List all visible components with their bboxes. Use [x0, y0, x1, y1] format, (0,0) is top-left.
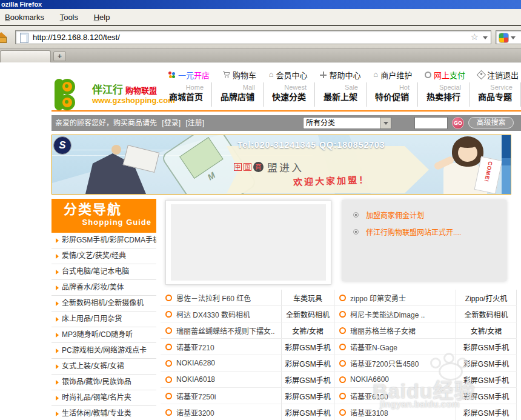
nav-newest[interactable]: Newest快速分类	[264, 82, 315, 107]
login-link[interactable]: [登录]	[162, 119, 181, 127]
product-category-link[interactable]: 彩屏GSM手机	[456, 388, 517, 404]
notice-item[interactable]: 伴江行购物联盟网站正式开....	[342, 223, 506, 240]
tab-strip: +	[0, 48, 521, 62]
product-category-link[interactable]: 彩屏GSM手机	[282, 339, 334, 355]
ring-bullet-icon	[165, 295, 172, 301]
product-link[interactable]: zippo 印第安勇士	[334, 290, 456, 305]
nav-mall[interactable]: Mall品牌店铺	[212, 82, 264, 107]
notice-item[interactable]: 加盟商家佣金计划	[342, 206, 506, 223]
search-engine-dropdown-icon[interactable]	[511, 36, 516, 39]
product-row: NOKIA6018 彩屏GSM手机	[161, 372, 334, 388]
arrow-bullet-icon	[56, 364, 59, 369]
product-category-link[interactable]: 彩屏GSM手机	[282, 404, 334, 420]
banner-enter-link[interactable]: 中 国 商 盟进入	[234, 159, 304, 175]
sidebar-category-item[interactable]: 时尚礼品/钢笔/名片夹	[51, 390, 156, 406]
product-category-link[interactable]: 女裤/女裙	[282, 322, 334, 338]
ring-bullet-icon	[165, 376, 172, 383]
url-bar[interactable]: http://192.168.8.120/test/ ☆	[15, 30, 491, 44]
product-category-link[interactable]: 全新数码相机	[456, 306, 517, 322]
product-category-link[interactable]: 彩屏GSM手机	[282, 388, 334, 404]
product-link[interactable]: 诺基亚7250i	[161, 388, 282, 404]
product-link[interactable]: 诺基亚7200只售4580	[334, 355, 456, 371]
product-link[interactable]: NOKIA6018	[161, 372, 282, 387]
product-category-link[interactable]: 彩屏GSM手机	[456, 372, 517, 387]
topnav-merchant-maintain[interactable]: ⌂ 商户维护	[373, 69, 412, 81]
site-logo[interactable]: 伴江行购物联盟 www.gzshopping.com	[55, 79, 161, 112]
product-link[interactable]: 瑞丽蕾丝蝴蝶结不规则下摆女..	[161, 322, 282, 338]
sidebar-category-item[interactable]: 爱情/文艺/获奖/经典	[51, 248, 156, 264]
register-link[interactable]: [注册]	[185, 119, 204, 127]
bee-logo-icon	[55, 79, 88, 110]
topnav-logout[interactable]: 注销退出	[478, 69, 519, 81]
product-link[interactable]: 诺基亚N-Gage	[334, 339, 456, 355]
product-category-link[interactable]: 彩屏GSM手机	[456, 339, 517, 355]
sidebar-category-item[interactable]: MP3随身听/CD随身听	[51, 327, 156, 343]
product-category-link[interactable]: Zippo/打火机	[456, 290, 517, 305]
sidebar-category-item[interactable]: 床上用品/日用杂货	[51, 312, 156, 327]
nav-hot[interactable]: Hot特价促销	[367, 82, 418, 107]
main-nav: Home商城首页 Mall品牌店铺 Newest快速分类 Sale最新上架 Ho…	[161, 82, 521, 107]
product-link[interactable]: 诺基亚7210	[161, 339, 282, 355]
category-select[interactable]: 所有分类	[303, 117, 391, 129]
nav-service[interactable]: Service商品专题	[470, 82, 521, 107]
sidebar-category-item[interactable]: 银饰品/藏饰/民族饰品	[51, 375, 156, 390]
menu-help[interactable]: Help	[94, 13, 110, 22]
product-row: 诺基亚3200 彩屏GSM手机	[161, 404, 334, 420]
product-link[interactable]: NOKIA6280	[161, 355, 282, 371]
topnav-cart[interactable]: 购物车	[222, 69, 256, 81]
product-category-link[interactable]: 彩屏GSM手机	[456, 355, 517, 371]
ring-bullet-icon	[165, 327, 172, 334]
topnav-online-pay[interactable]: 网上支付	[425, 69, 465, 81]
product-row: NOKIA6600 彩屏GSM手机	[334, 372, 517, 388]
product-category-link[interactable]: 彩屏GSM手机	[282, 355, 334, 371]
product-link[interactable]: 柯达 DX4330 数码相机	[161, 306, 282, 322]
menu-tools[interactable]: Tools	[60, 13, 78, 22]
slideshow-placeholder[interactable]	[165, 200, 331, 285]
product-link[interactable]: 诺基亚6100	[334, 388, 456, 404]
sidebar-category-item[interactable]: 生活休闲/教辅/专业类	[51, 406, 156, 420]
product-link[interactable]: 诺基亚3200	[161, 404, 282, 420]
topnav-member-center[interactable]: ⌂ 会员中心	[269, 69, 308, 81]
window-titlebar[interactable]: ozilla Firefox	[0, 0, 521, 9]
bookmark-star-icon[interactable]: ☆	[471, 32, 479, 42]
product-link[interactable]: 恩佐－法拉利 F60 红色	[161, 290, 282, 305]
menu-bookmarks[interactable]: Bookmarks	[5, 13, 44, 22]
sidebar-category-item[interactable]: 台式电脑/笔记本电脑	[51, 264, 156, 280]
product-category-link[interactable]: 彩屏GSM手机	[282, 372, 334, 387]
sidebar-category-item[interactable]: PC游戏相关/网络游戏点卡	[51, 343, 156, 359]
sidebar-category-item[interactable]: 女式上装/女裤/女裙	[51, 359, 156, 375]
topnav-help-center[interactable]: 帮助中心	[320, 69, 360, 81]
product-row: 瑞丽苏格兰格子女裙 女裤/女裙	[334, 322, 517, 339]
product-link[interactable]: 瑞丽苏格兰格子女裙	[334, 322, 456, 338]
active-tab[interactable]	[0, 50, 51, 62]
nav-special[interactable]: Special热卖排行	[418, 82, 470, 107]
topnav-open-shop[interactable]: 一元开店	[168, 69, 210, 81]
product-link[interactable]: NOKIA6600	[334, 372, 456, 387]
sidebar-category-item[interactable]: 全新数码相机/全新摄像机	[51, 296, 156, 312]
sidebar-category-item[interactable]: 彩屏GSM手机/彩屏CDMA手机	[51, 233, 156, 248]
banner-badge-icon: S	[53, 136, 71, 155]
advanced-search-button[interactable]: 高级搜索	[468, 117, 514, 128]
product-category-link[interactable]: 彩屏GSM手机	[456, 404, 517, 420]
nav-sale[interactable]: Sale最新上架	[315, 82, 367, 107]
ring-bullet-icon	[339, 360, 346, 367]
sidebar-category-item[interactable]: 品牌香水/彩妆/美体	[51, 280, 156, 296]
nav-home[interactable]: Home商城首页	[161, 82, 212, 107]
product-category-link[interactable]: 女裤/女裙	[456, 322, 517, 338]
arrow-bullet-icon	[56, 333, 59, 338]
alliance-logo-icon: 商	[253, 162, 264, 172]
url-dropdown-icon[interactable]	[483, 36, 488, 39]
product-link[interactable]: 诺基亚3108	[334, 404, 456, 420]
product-column-right: zippo 印第安勇士 Zippo/打火机 柯尼卡美能达Dimage .. 全新…	[334, 290, 517, 420]
search-input[interactable]	[414, 117, 448, 129]
product-category-link[interactable]: 车类玩具	[282, 290, 334, 305]
promo-banner[interactable]: M S Tel:020-31241345 QQ:180852703 中 国 商 …	[51, 135, 511, 195]
ring-bullet-icon	[165, 344, 172, 350]
new-tab-button[interactable]: +	[53, 52, 66, 61]
product-category-link[interactable]: 全新数码相机	[282, 306, 334, 322]
product-link[interactable]: 柯尼卡美能达Dimage ..	[334, 306, 456, 322]
search-engine-box[interactable]	[496, 30, 521, 44]
select-arrow-button[interactable]	[380, 118, 391, 128]
go-button[interactable]: GO	[452, 117, 464, 129]
home-icon[interactable]	[0, 32, 7, 42]
